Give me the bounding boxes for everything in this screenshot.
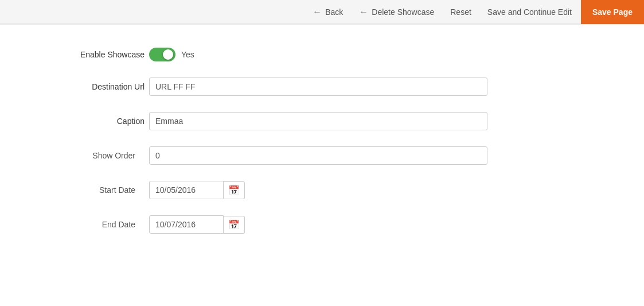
start-date-wrapper: 📅 <box>149 181 245 199</box>
save-page-button[interactable]: Save Page <box>581 0 644 24</box>
calendar-icon: 📅 <box>228 185 240 196</box>
reset-label: Reset <box>450 7 471 17</box>
show-order-label-wrapper: Show Order <box>34 151 149 160</box>
enable-showcase-label: Enable Showcase <box>80 50 145 59</box>
enable-showcase-toggle[interactable] <box>149 48 175 61</box>
back-button[interactable]: ← Back <box>306 3 350 21</box>
start-date-label: Start Date <box>30 185 145 195</box>
calendar-icon-end: 📅 <box>228 219 240 230</box>
delete-showcase-button[interactable]: ← Delete Showcase <box>352 3 441 21</box>
toggle-yes-label: Yes <box>181 50 194 59</box>
caption-input[interactable] <box>149 112 487 130</box>
end-date-label: End Date <box>30 220 145 229</box>
enable-showcase-label-wrapper: Enable Showcase <box>34 50 149 59</box>
start-date-calendar-button[interactable]: 📅 <box>224 181 245 199</box>
caption-label-wrapper: Caption <box>34 117 149 126</box>
end-date-calendar-button[interactable]: 📅 <box>224 216 245 234</box>
save-continue-label: Save and Continue Edit <box>487 7 572 17</box>
delete-arrow-icon: ← <box>359 7 368 17</box>
back-label: Back <box>325 7 343 17</box>
caption-label: Caption <box>117 117 145 126</box>
save-continue-button[interactable]: Save and Continue Edit <box>481 4 579 20</box>
toggle-slider <box>149 48 175 61</box>
back-arrow-icon: ← <box>313 7 322 17</box>
end-date-row: End Date 📅 <box>34 215 610 234</box>
end-date-input[interactable] <box>149 215 224 234</box>
delete-label: Delete Showcase <box>372 7 434 17</box>
start-date-row: Start Date 📅 <box>34 181 610 199</box>
destination-url-input[interactable] <box>149 78 487 96</box>
destination-url-label-wrapper: Destination Url <box>34 82 149 91</box>
toggle-wrapper: Yes <box>149 48 194 61</box>
form-content: Enable Showcase Yes Destination Url Capt… <box>0 25 644 273</box>
show-order-input[interactable] <box>149 146 487 165</box>
destination-url-label: Destination Url <box>92 82 145 91</box>
start-date-input[interactable] <box>149 181 224 199</box>
reset-button[interactable]: Reset <box>443 4 478 20</box>
start-date-label-wrapper: Start Date <box>34 185 149 195</box>
save-page-label: Save Page <box>592 7 633 17</box>
end-date-wrapper: 📅 <box>149 215 245 234</box>
toolbar: ← Back ← Delete Showcase Reset Save and … <box>0 0 644 24</box>
end-date-label-wrapper: End Date <box>34 220 149 229</box>
show-order-row: Show Order <box>34 146 610 165</box>
caption-row: Caption <box>34 112 610 130</box>
show-order-label: Show Order <box>30 151 145 160</box>
destination-url-row: Destination Url <box>34 78 610 96</box>
enable-showcase-row: Enable Showcase Yes <box>34 48 610 61</box>
